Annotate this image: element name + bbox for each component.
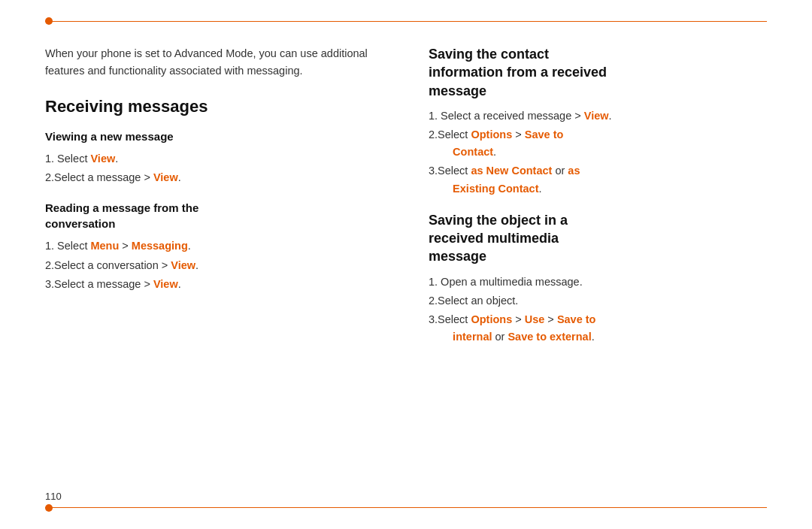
left-column: When your phone is set to Advanced Mode,… (45, 38, 383, 488)
list-item: 1. Select a received message > View. (429, 107, 767, 125)
use-link: Use (525, 313, 545, 325)
viewing-new-message-steps: 1. Select View. 2.Select a message > Vie… (45, 150, 383, 186)
viewing-new-message-title: Viewing a new message (45, 128, 383, 144)
saving-object-title: Saving the object in areceived multimedi… (429, 211, 767, 266)
list-item: 2.Select an object. (429, 292, 767, 310)
reading-message-title: Reading a message from theconversation (45, 200, 383, 231)
view-link-4: View (153, 278, 178, 290)
content-area: When your phone is set to Advanced Mode,… (45, 38, 767, 488)
bottom-rule (45, 507, 767, 508)
list-item: 3.Select as New Contact or as Existing C… (429, 162, 767, 197)
new-contact-link: as New Contact (471, 165, 552, 177)
page-number: 110 (45, 491, 62, 502)
saving-contact-steps: 1. Select a received message > View. 2.S… (429, 107, 767, 198)
list-item: 2.Select Options > Save to Contact. (429, 126, 767, 161)
view-link-3: View (171, 259, 195, 271)
page-container: When your phone is set to Advanced Mode,… (0, 0, 812, 529)
saving-contact-title: Saving the contactinformation from a rec… (429, 45, 767, 100)
saving-object-steps: 1. Open a multimedia message. 2.Select a… (429, 274, 767, 346)
list-item: 3.Select Options > Use > Save to interna… (429, 311, 767, 346)
right-column: Saving the contactinformation from a rec… (429, 38, 767, 488)
list-item: 1. Open a multimedia message. (429, 274, 767, 291)
top-rule (45, 21, 767, 22)
reading-message-steps: 1. Select Menu > Messaging. 2.Select a c… (45, 237, 383, 293)
bottom-dot (45, 504, 53, 512)
menu-link: Menu (90, 240, 119, 252)
receiving-messages-title: Receiving messages (45, 96, 383, 118)
messaging-link: Messaging (132, 240, 188, 252)
options-link-1: Options (471, 128, 512, 141)
view-link-1: View (90, 153, 115, 165)
list-item: 3.Select a message > View. (45, 276, 383, 293)
view-link-2: View (153, 171, 178, 183)
save-to-external-link: Save to external (508, 331, 591, 343)
intro-text: When your phone is set to Advanced Mode,… (45, 45, 383, 80)
list-item: 1. Select Menu > Messaging. (45, 237, 383, 255)
options-link-2: Options (471, 313, 512, 325)
view-link-5: View (584, 110, 609, 122)
list-item: 2.Select a message > View. (45, 169, 383, 186)
list-item: 1. Select View. (45, 150, 383, 168)
list-item: 2.Select a conversation > View. (45, 257, 383, 274)
